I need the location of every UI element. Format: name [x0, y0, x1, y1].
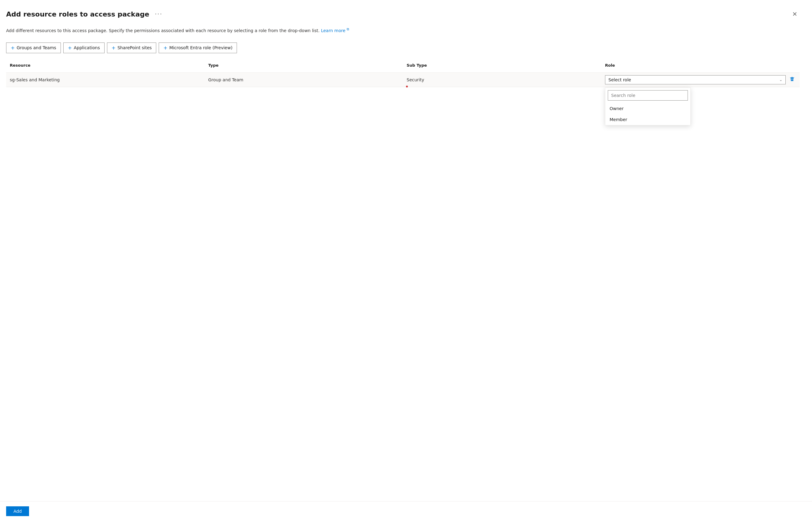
table-header: Resource Type Sub Type Role: [6, 61, 800, 73]
type-cell: Group and Team: [205, 74, 403, 85]
validation-dot: [406, 86, 408, 87]
sharepoint-button[interactable]: + SharePoint sites: [107, 43, 157, 53]
trash-icon: [789, 76, 795, 82]
plus-icon-applications: +: [68, 45, 72, 51]
subtype-cell: Security: [403, 74, 601, 85]
applications-button[interactable]: + Applications: [63, 43, 105, 53]
table-row: sg-Sales and Marketing Group and Team Se…: [6, 73, 800, 87]
col-header-type: Type: [205, 61, 403, 70]
add-button[interactable]: Add: [6, 506, 29, 516]
search-role-input[interactable]: [608, 90, 688, 100]
role-dropdown-menu: Owner Member: [605, 87, 691, 126]
dialog-header: Add resource roles to access package ···…: [6, 10, 800, 18]
delete-row-button[interactable]: [788, 75, 796, 84]
learn-more-link[interactable]: Learn more ⧉: [321, 28, 349, 33]
footer: Add: [0, 501, 812, 521]
select-role-button[interactable]: Select role ⌄: [605, 75, 786, 84]
dialog-container: Add resource roles to access package ···…: [0, 0, 812, 521]
plus-icon-groups: +: [11, 45, 15, 51]
dialog-title-row: Add resource roles to access package ···: [6, 10, 164, 18]
applications-label: Applications: [74, 45, 100, 50]
entra-button[interactable]: + Microsoft Entra role (Preview): [159, 43, 237, 53]
resource-table: Resource Type Sub Type Role sg-Sales and…: [6, 61, 800, 87]
role-option-owner[interactable]: Owner: [605, 103, 690, 114]
entra-label: Microsoft Entra role (Preview): [169, 45, 233, 50]
groups-teams-label: Groups and Teams: [17, 45, 56, 50]
select-role-label: Select role: [608, 77, 631, 82]
dialog-title: Add resource roles to access package: [6, 10, 149, 18]
plus-icon-entra: +: [163, 45, 167, 51]
close-button[interactable]: ✕: [790, 10, 800, 18]
description: Add different resources to this access p…: [6, 27, 800, 34]
col-header-resource: Resource: [6, 61, 205, 70]
groups-teams-button[interactable]: + Groups and Teams: [6, 43, 61, 53]
col-header-subtype: Sub Type: [403, 61, 601, 70]
col-header-role: Role: [601, 61, 800, 70]
more-options-button[interactable]: ···: [153, 10, 164, 18]
resource-cell: sg-Sales and Marketing: [6, 74, 205, 85]
chevron-down-icon: ⌄: [779, 78, 782, 82]
resource-button-row: + Groups and Teams + Applications + Shar…: [6, 43, 800, 53]
role-cell: Select role ⌄ Owner Member: [601, 73, 800, 87]
sharepoint-label: SharePoint sites: [117, 45, 152, 50]
role-option-member[interactable]: Member: [605, 114, 690, 125]
plus-icon-sharepoint: +: [112, 45, 116, 51]
external-link-icon: ⧉: [347, 27, 349, 31]
